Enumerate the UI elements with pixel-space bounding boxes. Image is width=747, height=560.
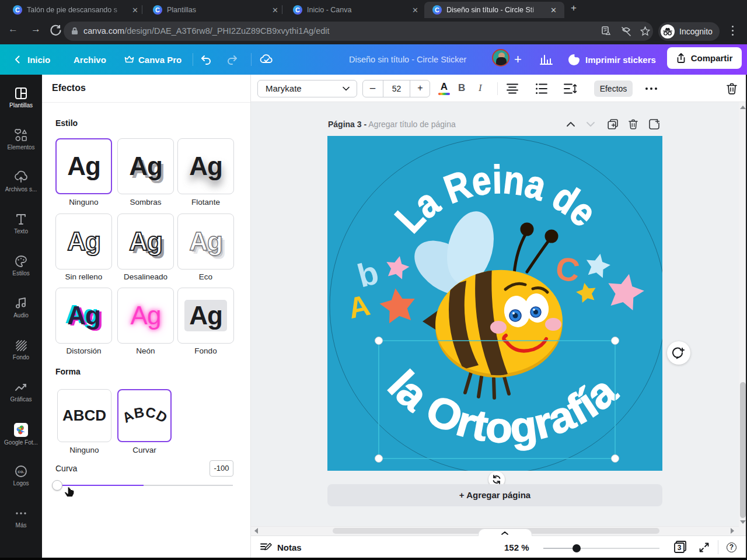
svg-text:co.: co. (18, 469, 25, 474)
svg-text:3: 3 (678, 544, 682, 552)
svg-text:ABCD: ABCD (121, 404, 168, 426)
